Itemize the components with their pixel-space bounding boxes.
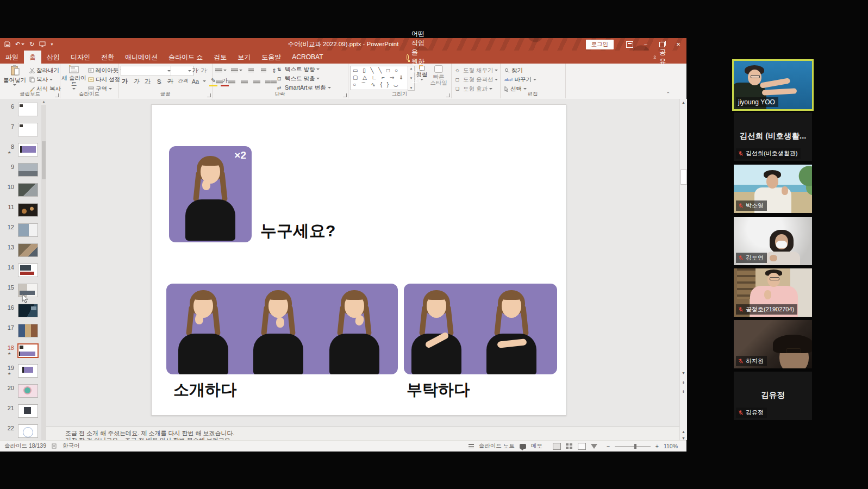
ribbon-display-options-icon[interactable] (621, 38, 638, 51)
slide-thumbnail-row[interactable]: 21 ★ (0, 403, 46, 423)
slide-thumbnail-row[interactable]: 10 ★ (0, 181, 46, 202)
ribbon-tab[interactable]: 검토 (208, 51, 232, 64)
slide-thumbnail[interactable] (18, 424, 38, 438)
slide-thumbnail[interactable] (18, 163, 38, 177)
paste-button[interactable]: 붙여넣기 (1, 65, 28, 86)
ribbon-tab[interactable]: 도움말 (256, 51, 286, 64)
shape-outline-button[interactable]: ▢도형 윤곽선 (453, 75, 498, 84)
text-align-button[interactable]: ⊟텍스트 맞춤 (275, 74, 320, 83)
slide-thumbnail[interactable] (18, 364, 38, 378)
slide-thumbnail[interactable] (18, 384, 38, 398)
cut-button[interactable]: 잘라내기 (29, 66, 59, 75)
shapes-row[interactable]: ▢ △ ∟ ⌐ ⇒ ⇓ (353, 74, 409, 81)
participant-video-gongjeongho[interactable]: 공정호(21902704) (734, 268, 812, 317)
slide-thumbnail[interactable] (18, 183, 38, 197)
zoom-out-button[interactable]: − (607, 443, 610, 449)
slide-sorter-view-button[interactable] (566, 443, 573, 449)
font-dialog-launcher[interactable] (207, 93, 211, 97)
normal-view-button[interactable] (553, 443, 561, 450)
replace-button[interactable]: ab⇄바꾸기 (504, 75, 536, 84)
slide-thumbnail[interactable] (18, 123, 38, 136)
login-button[interactable]: 로그인 (586, 40, 614, 49)
copy-button[interactable]: 복사 (29, 75, 53, 84)
bold-button[interactable]: 가 (121, 77, 129, 85)
slide-thumbnail[interactable] (18, 243, 38, 257)
slide-thumbnail-row[interactable]: 8 ★ (0, 141, 46, 161)
bullets-button[interactable] (215, 66, 227, 74)
slide-thumbnail-row[interactable]: 17 ★ (0, 322, 46, 342)
slideshow-view-button[interactable] (591, 444, 597, 449)
ribbon-tab[interactable]: 애니메이션 (120, 51, 163, 64)
quick-styles-button[interactable]: 빠른 스타일 (429, 65, 448, 86)
font-size-combo[interactable] (171, 66, 193, 76)
scroll-up-icon[interactable]: ▲ (680, 99, 687, 106)
increase-indent-button[interactable] (259, 66, 267, 74)
reset-button[interactable]: 다시 설정 (88, 75, 120, 84)
slide-thumbnail[interactable] (18, 264, 38, 277)
slide-thumbnail-row[interactable]: 9 ★ (0, 161, 46, 181)
find-button[interactable]: 찾기 (504, 66, 523, 75)
slide-thumbnail[interactable] (17, 343, 39, 358)
slide-thumbnail-row[interactable]: 22 ★ (0, 423, 46, 440)
scrollbar-thumb[interactable] (680, 170, 687, 185)
slide-thumbnail-row[interactable]: 14 ★ (0, 262, 46, 282)
comments-toggle[interactable]: 메모 (531, 442, 542, 450)
font-name-combo[interactable] (121, 66, 173, 76)
shapes-row[interactable]: ○ ⌒ ∿ { } ◡ (353, 81, 409, 88)
align-right-button[interactable] (240, 78, 248, 86)
slide-thumbnail-row[interactable]: 18 ★ (0, 342, 46, 362)
participant-novideo-kimyujeong[interactable]: 김유정 김유정 (734, 372, 812, 420)
collapse-ribbon-icon[interactable]: ⌃ (666, 91, 670, 97)
ribbon-tab[interactable]: 슬라이드 쇼 (163, 51, 208, 64)
participant-video-hajiwon[interactable]: 하지원 (734, 320, 812, 368)
zoom-slider-thumb[interactable] (634, 444, 636, 449)
participant-video-parksoyoung[interactable]: 박소영 (734, 165, 812, 213)
align-center-button[interactable] (228, 78, 236, 86)
change-case-button[interactable]: Aa (191, 77, 199, 85)
close-button[interactable]: × (670, 38, 686, 51)
shadow-button[interactable]: S (155, 77, 163, 85)
clipboard-dialog-launcher[interactable] (55, 93, 59, 97)
slide-thumbnail-row[interactable]: 7 ★ (0, 121, 46, 141)
shapes-row[interactable]: ▭ ▯ ╲ ╲ □ ○ (353, 67, 409, 74)
align-left-button[interactable] (215, 78, 223, 86)
slide-thumbnail-row[interactable]: 12 ★ (0, 222, 46, 242)
slide-thumbnail[interactable] (18, 143, 38, 156)
shape-fill-button[interactable]: ◇도형 채우기 (453, 66, 498, 75)
shrink-font-button[interactable]: 가ˇ (200, 66, 208, 74)
underline-button[interactable]: 가 (143, 77, 152, 85)
minimize-button[interactable]: − (638, 38, 654, 51)
reading-view-button[interactable] (578, 443, 586, 450)
slide-thumbnail-row[interactable]: 13 ★ (0, 242, 46, 262)
shape-effects-button[interactable]: ❏도형 효과 (453, 84, 492, 93)
new-slide-button[interactable]: 새 슬라이드 (61, 65, 87, 90)
text-direction-button[interactable]: ⇅텍스트 방향 (275, 65, 320, 74)
participant-novideo-kimsunhee[interactable]: 김선희 (비호생활... 김선희(비호생활관) (734, 112, 812, 161)
tell-me-search[interactable]: 어떤 작업을 원하시나요? (401, 51, 431, 64)
participant-video-kimdoyeon[interactable]: 김도연 (734, 217, 812, 265)
notes-toggle[interactable]: 슬라이드 노트 (479, 442, 515, 450)
slide-thumbnail[interactable] (18, 103, 38, 116)
paragraph-dialog-launcher[interactable] (343, 93, 347, 97)
ribbon-tab[interactable]: 전환 (96, 51, 120, 64)
ribbon-tab[interactable]: 홈 (24, 51, 41, 64)
slide-thumbnail[interactable] (18, 404, 38, 418)
zoom-slider[interactable] (615, 446, 651, 447)
slide-thumbnail-row[interactable]: 19 ★ (0, 362, 46, 383)
slide-thumbnail-row[interactable]: 11 ★ (0, 202, 46, 222)
shapes-gallery[interactable]: ▭ ▯ ╲ ╲ □ ○ ▢ △ ∟ ⌐ ⇒ ⇓ ○ ⌒ ∿ { } ◡ (350, 66, 410, 90)
participant-video-jiyoung[interactable]: jiyoung YOO (734, 61, 812, 109)
next-slide-button[interactable]: ⇟ (680, 388, 687, 395)
spellcheck-icon[interactable] (52, 443, 57, 449)
slide-thumbnail-row[interactable]: 16 ★ (0, 302, 46, 322)
grow-font-button[interactable]: 가ˆ (191, 66, 199, 74)
decrease-indent-button[interactable] (247, 66, 255, 74)
slide-thumbnail[interactable] (18, 304, 38, 317)
strikethrough-button[interactable]: 가 (166, 77, 174, 85)
zoom-in-button[interactable]: + (655, 443, 659, 449)
ribbon-tab[interactable]: ACROBAT (286, 51, 328, 64)
italic-button[interactable]: 가 (132, 77, 140, 85)
share-button[interactable]: 공유 (645, 51, 676, 64)
sign-image-request[interactable] (404, 284, 557, 374)
previous-slide-button[interactable]: ⇞ (680, 379, 687, 386)
